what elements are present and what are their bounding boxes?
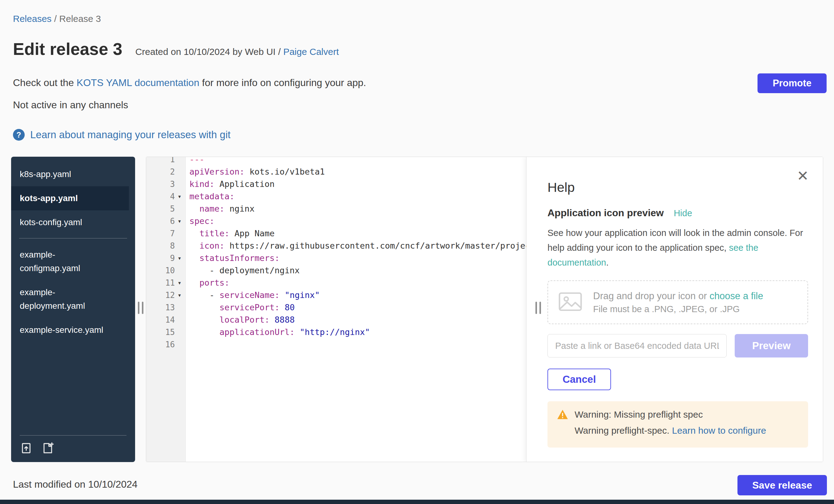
warning-text-prefix: Warning preflight-spec. (575, 425, 672, 436)
pane-resize-grip-right[interactable] (535, 302, 541, 314)
doc-prefix: Check out the (13, 77, 76, 88)
gutter-line: 16 (146, 338, 185, 351)
preview-button[interactable]: Preview (735, 334, 808, 357)
author-link[interactable]: Paige Calvert (283, 47, 339, 57)
last-modified: Last modified on 10/10/2024 (13, 479, 137, 490)
configure-link[interactable]: Learn how to configure (672, 425, 766, 436)
fold-icon[interactable]: ▾ (175, 193, 184, 200)
file-label: example-configmap.yaml (20, 248, 106, 275)
help-title: Help (547, 180, 823, 195)
sidebar-footer (11, 435, 135, 462)
gutter-line: 4▾ (146, 190, 185, 203)
git-help-line: ? Learn about managing your releases wit… (13, 129, 231, 141)
promote-button[interactable]: Promote (758, 73, 827, 93)
line-number: 11 (165, 278, 175, 287)
breadcrumb-current: Release 3 (59, 14, 101, 24)
file-item[interactable]: kots-app.yaml (11, 186, 129, 210)
hide-link[interactable]: Hide (674, 208, 692, 218)
page: Releases / Release 3 Edit release 3 Crea… (0, 0, 834, 504)
icon-url-input[interactable] (547, 334, 727, 357)
fold-icon[interactable]: ▾ (175, 217, 184, 225)
fold-icon[interactable]: ▾ (175, 255, 184, 262)
pane-resize-grip-left[interactable] (138, 302, 144, 314)
file-item[interactable]: k8s-app.yaml (11, 162, 129, 186)
gutter-lines: 1234▾56▾789▾1011▾12▾13141516 (146, 157, 185, 351)
gutter-line: 8 (146, 240, 185, 252)
line-number: 4 (170, 192, 175, 201)
choose-file-link[interactable]: choose a file (709, 290, 763, 301)
file-sidebar: k8s-app.yamlkots-app.yamlkots-config.yam… (11, 157, 135, 462)
file-item[interactable]: example-configmap.yaml (11, 243, 129, 280)
warning-row: Warning: Missing preflight spec (557, 409, 799, 420)
fold-icon[interactable]: ▾ (175, 279, 184, 287)
line-number: 16 (165, 340, 175, 349)
close-icon[interactable]: ✕ (797, 169, 809, 183)
fold-icon[interactable]: ▾ (175, 291, 184, 299)
help-description-text: See how your application icon will look … (547, 228, 803, 253)
editor: 1234▾56▾789▾1011▾12▾13141516 ---apiVersi… (146, 157, 823, 462)
gutter-line: 7 (146, 227, 185, 240)
file-label: k8s-app.yaml (20, 168, 71, 181)
line-number: 3 (170, 179, 175, 189)
file-item[interactable]: example-service.yaml (11, 318, 129, 342)
warning-icon (557, 409, 568, 420)
warning-text: Warning preflight-spec. Learn how to con… (575, 425, 799, 436)
line-number: 1 (170, 157, 175, 164)
git-help-link[interactable]: Learn about managing your releases with … (30, 129, 231, 141)
file-label: kots-config.yaml (20, 216, 82, 229)
line-number: 14 (165, 315, 175, 325)
gutter-line: 1 (146, 157, 185, 166)
doc-info: Check out the KOTS YAML documentation fo… (13, 77, 366, 89)
dropzone-subtext: File must be a .PNG, .JPEG, or .JPG (593, 304, 763, 314)
breadcrumb-releases-link[interactable]: Releases (13, 14, 51, 24)
upload-file-icon[interactable] (20, 442, 33, 455)
gutter: 1234▾56▾789▾1011▾12▾13141516 (146, 157, 186, 462)
kots-doc-link[interactable]: KOTS YAML documentation (76, 77, 199, 88)
file-list-main: k8s-app.yamlkots-app.yamlkots-config.yam… (11, 162, 135, 235)
line-number: 13 (165, 303, 175, 312)
file-item[interactable]: kots-config.yaml (11, 210, 129, 235)
icon-link-row: Preview (547, 334, 823, 357)
tree-divider (19, 238, 127, 238)
line-number: 10 (165, 266, 175, 275)
title-row: Edit release 3 Created on 10/10/2024 by … (13, 41, 339, 58)
gutter-line: 6▾ (146, 215, 185, 227)
help-description: See how your application icon will look … (547, 225, 808, 270)
dropzone-text: Drag and drop your icon or choose a file… (593, 290, 763, 314)
gutter-line: 2 (146, 166, 185, 178)
gutter-line: 3 (146, 178, 185, 190)
icon-dropzone[interactable]: Drag and drop your icon or choose a file… (547, 280, 808, 324)
gutter-line: 5 (146, 203, 185, 215)
doc-suffix: for more info on configuring your app. (199, 77, 366, 88)
created-text: Created on 10/10/2024 by Web UI / (135, 47, 283, 57)
bottom-bar (0, 500, 834, 504)
help-section-head: Application icon preview Hide (547, 207, 823, 219)
new-file-icon[interactable] (41, 442, 54, 455)
dropzone-main-text: Drag and drop your icon or choose a file (593, 290, 763, 301)
line-number: 5 (170, 204, 175, 214)
section-title: Application icon preview (547, 207, 664, 218)
gutter-line: 10 (146, 264, 185, 277)
line-number: 15 (165, 328, 175, 337)
question-icon: ? (13, 129, 25, 141)
warning-title: Warning: Missing preflight spec (575, 409, 703, 420)
gutter-line: 9▾ (146, 252, 185, 264)
cancel-button[interactable]: Cancel (547, 369, 611, 390)
help-panel: ✕ Help Application icon preview Hide See… (526, 157, 823, 462)
file-item[interactable]: example-deployment.yaml (11, 280, 129, 318)
breadcrumb: Releases / Release 3 (13, 14, 101, 24)
sidebar-footer-divider (20, 435, 127, 436)
gutter-line: 13 (146, 301, 185, 314)
save-release-button[interactable]: Save release (738, 475, 827, 495)
gutter-line: 14 (146, 314, 185, 326)
line-number: 7 (170, 229, 175, 238)
breadcrumb-separator: / (51, 14, 59, 24)
image-placeholder-icon (558, 292, 582, 312)
file-label: example-service.yaml (20, 323, 103, 337)
file-list-examples: example-configmap.yamlexample-deployment… (11, 243, 135, 342)
line-number: 8 (170, 241, 175, 250)
line-number: 9 (170, 254, 175, 263)
help-description-end: . (606, 258, 609, 267)
page-title: Edit release 3 (13, 41, 123, 58)
gutter-line: 12▾ (146, 289, 185, 301)
